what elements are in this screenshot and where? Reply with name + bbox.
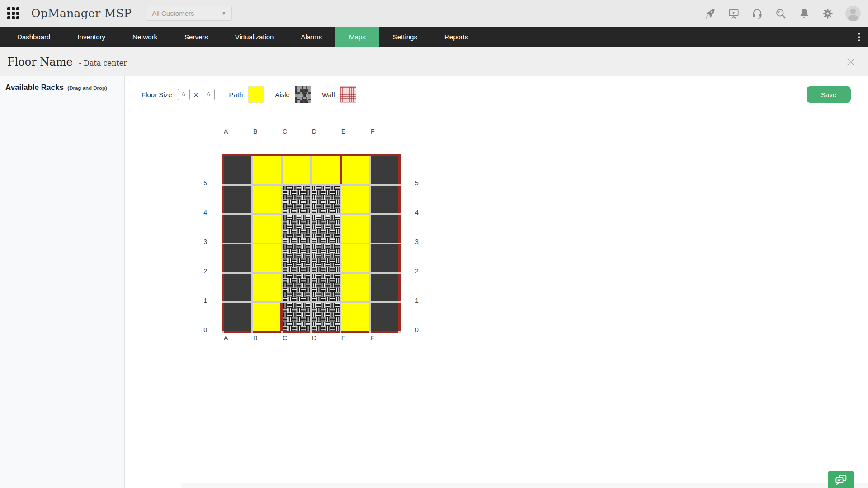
- col-label: A: [222, 334, 251, 342]
- floor-cell-C0[interactable]: [283, 303, 310, 331]
- floor-cell-B0[interactable]: [253, 303, 281, 331]
- floor-cell-A0[interactable]: [224, 303, 251, 331]
- wall-segment: [398, 244, 401, 272]
- row-label: 3: [193, 216, 222, 245]
- floor-cell-F2[interactable]: [371, 244, 398, 272]
- nav-item-reports[interactable]: Reports: [431, 27, 482, 47]
- nav-item-dashboard[interactable]: Dashboard: [4, 27, 64, 47]
- nav-item-inventory[interactable]: Inventory: [64, 27, 119, 47]
- floor-cell-D1[interactable]: [312, 274, 340, 301]
- customer-selector[interactable]: All Customers ▼: [146, 6, 232, 21]
- horizontal-scrollbar[interactable]: [181, 483, 868, 488]
- overflow-menu-button[interactable]: [856, 31, 862, 43]
- support-icon[interactable]: [751, 8, 763, 19]
- wall-swatch[interactable]: [340, 86, 356, 103]
- floor-cell-C2[interactable]: [283, 244, 310, 272]
- apps-grid-icon[interactable]: [7, 7, 19, 19]
- floor-editor: Floor Size X Path Aisle Wall Save ABCDEF…: [125, 76, 868, 488]
- floor-cell-D4[interactable]: [312, 186, 340, 213]
- floor-cell-B1[interactable]: [253, 274, 281, 301]
- floor-cell-F5[interactable]: [371, 156, 398, 184]
- wall-segment: [341, 154, 369, 156]
- col-label: E: [339, 334, 368, 342]
- wall-segment: [283, 331, 310, 333]
- floor-cell-D3[interactable]: [312, 215, 340, 243]
- row-label: 2: [193, 245, 222, 275]
- floor-cell-E1[interactable]: [341, 274, 369, 301]
- nav-item-virtualization[interactable]: Virtualization: [222, 27, 288, 47]
- wall-segment: [398, 186, 401, 213]
- col-label: D: [310, 128, 339, 135]
- floor-cell-E0[interactable]: [341, 303, 369, 331]
- floor-cell-A3[interactable]: [224, 215, 251, 243]
- floor-cell-C5[interactable]: [283, 156, 310, 184]
- floor-cell-B4[interactable]: [253, 186, 281, 213]
- aisle-swatch[interactable]: [295, 86, 311, 103]
- app-header: OpManager MSP All Customers ▼: [0, 0, 868, 27]
- search-icon[interactable]: [775, 8, 787, 19]
- row-label: 2: [401, 245, 429, 275]
- floor-width-input[interactable]: [178, 89, 190, 100]
- chat-button[interactable]: [828, 471, 854, 488]
- row-label: 1: [401, 275, 429, 304]
- close-button[interactable]: [844, 56, 857, 68]
- floor-cell-A2[interactable]: [224, 244, 251, 272]
- floor-cell-D2[interactable]: [312, 244, 340, 272]
- floor-cell-C3[interactable]: [283, 215, 310, 243]
- floor-cell-B2[interactable]: [253, 244, 281, 272]
- floor-cell-A4[interactable]: [224, 186, 251, 213]
- floor-cell-E4[interactable]: [341, 186, 369, 213]
- floor-cell-E5[interactable]: [341, 156, 369, 184]
- wall-segment: [222, 244, 224, 272]
- row-labels-right: 543210: [401, 154, 429, 333]
- wall-segment: [222, 156, 224, 184]
- floor-cell-D0[interactable]: [312, 303, 340, 331]
- nav-item-settings[interactable]: Settings: [379, 27, 431, 47]
- floor-grid-board: ABCDEF 543210 543210 ABCDEF: [193, 128, 429, 342]
- path-swatch[interactable]: [248, 86, 264, 103]
- floor-cell-D5[interactable]: [312, 156, 340, 184]
- wall-segment: [222, 215, 224, 243]
- row-label: 1: [193, 275, 222, 304]
- floor-cell-A1[interactable]: [224, 274, 251, 301]
- floor-cell-B5[interactable]: [253, 156, 281, 184]
- floor-cell-C4[interactable]: [283, 186, 310, 213]
- wall-segment: [222, 186, 224, 213]
- nav-item-alarms[interactable]: Alarms: [287, 27, 335, 47]
- settings-icon[interactable]: [822, 8, 834, 19]
- training-icon[interactable]: [728, 8, 740, 19]
- wall-segment: [312, 331, 340, 333]
- nav-item-maps[interactable]: Maps: [335, 27, 379, 47]
- wall-label: Wall: [322, 91, 335, 99]
- col-label: A: [222, 128, 251, 135]
- floor-cell-C1[interactable]: [283, 274, 310, 301]
- floor-cell-E3[interactable]: [341, 215, 369, 243]
- floor-cell-F0[interactable]: [371, 303, 398, 331]
- customer-selector-value: All Customers: [152, 9, 194, 17]
- floor-cell-B3[interactable]: [253, 215, 281, 243]
- floor-cell-F1[interactable]: [371, 274, 398, 301]
- sidebar-available-racks: Available Racks (Drag and Drop): [0, 76, 125, 488]
- floor-size-label: Floor Size: [142, 91, 172, 99]
- nav-item-network[interactable]: Network: [119, 27, 171, 47]
- col-label: B: [251, 128, 280, 135]
- floor-header-bar: Floor Name - Data center: [0, 47, 868, 76]
- row-label: 3: [401, 216, 429, 245]
- notifications-icon[interactable]: [798, 8, 810, 19]
- wall-segment: [371, 331, 398, 333]
- floor-cell-F3[interactable]: [371, 215, 398, 243]
- floor-cell-E2[interactable]: [341, 244, 369, 272]
- wall-segment: [224, 331, 251, 333]
- floor-cell-A5[interactable]: [224, 156, 251, 184]
- wall-segment: [340, 156, 342, 184]
- wall-segment: [222, 274, 224, 301]
- primary-nav: DashboardInventoryNetworkServersVirtuali…: [0, 27, 868, 47]
- save-button[interactable]: Save: [807, 86, 851, 103]
- wall-segment: [280, 303, 283, 331]
- nav-item-servers[interactable]: Servers: [171, 27, 222, 47]
- floor-height-input[interactable]: [203, 89, 215, 100]
- rocket-icon[interactable]: [704, 8, 716, 19]
- path-label: Path: [229, 91, 243, 99]
- user-avatar[interactable]: [845, 6, 861, 21]
- floor-cell-F4[interactable]: [371, 186, 398, 213]
